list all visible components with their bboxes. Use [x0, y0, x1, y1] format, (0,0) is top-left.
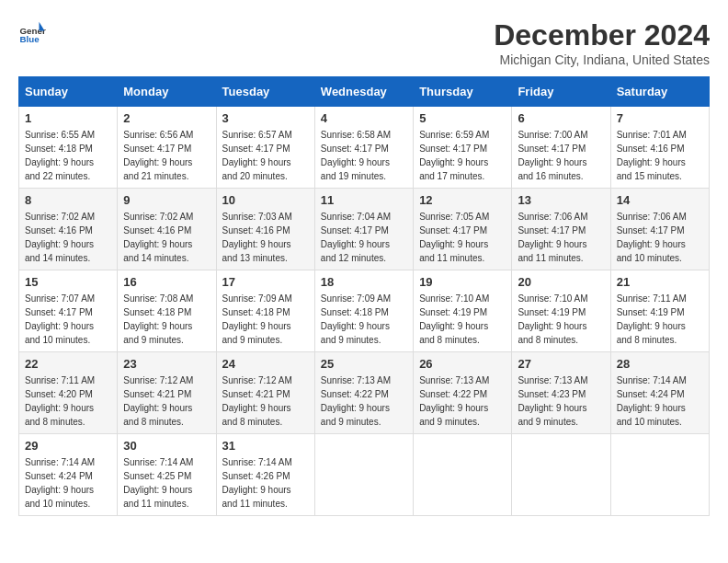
header-row: Sunday Monday Tuesday Wednesday Thursday… [19, 77, 710, 107]
sunrise-label: Sunrise: 7:14 AM [123, 457, 193, 467]
sunrise-label: Sunrise: 7:07 AM [25, 293, 95, 304]
day-number: 1 [25, 111, 111, 125]
day-info: Sunrise: 7:02 AM Sunset: 4:16 PM Dayligh… [123, 210, 210, 265]
daylight-label: Daylight: 9 hours and 13 minutes. [222, 239, 291, 263]
day-cell: 10 Sunrise: 7:03 AM Sunset: 4:16 PM Dayl… [216, 189, 314, 270]
sunrise-label: Sunrise: 7:08 AM [123, 293, 193, 304]
sunrise-label: Sunrise: 7:13 AM [419, 375, 489, 385]
sunrise-label: Sunrise: 7:14 AM [617, 375, 687, 385]
sunset-label: Sunset: 4:17 PM [518, 225, 586, 236]
calendar-table: Sunday Monday Tuesday Wednesday Thursday… [18, 76, 710, 516]
sunrise-label: Sunrise: 6:56 AM [123, 130, 193, 140]
sunset-label: Sunset: 4:16 PM [617, 144, 685, 154]
day-cell: 27 Sunrise: 7:13 AM Sunset: 4:23 PM Dayl… [512, 352, 610, 434]
sunset-label: Sunset: 4:21 PM [222, 389, 290, 399]
sunset-label: Sunset: 4:17 PM [123, 144, 191, 154]
sunset-label: Sunset: 4:23 PM [518, 389, 586, 399]
day-number: 26 [419, 357, 506, 371]
day-number: 29 [25, 439, 111, 453]
day-info: Sunrise: 7:08 AM Sunset: 4:18 PM Dayligh… [123, 292, 210, 347]
day-number: 6 [518, 111, 604, 125]
col-monday: Monday [118, 77, 216, 107]
day-number: 15 [25, 275, 111, 289]
day-info: Sunrise: 7:10 AM Sunset: 4:19 PM Dayligh… [518, 292, 604, 347]
sunset-label: Sunset: 4:18 PM [25, 144, 93, 154]
day-number: 30 [123, 439, 210, 453]
day-info: Sunrise: 6:58 AM Sunset: 4:17 PM Dayligh… [321, 128, 407, 183]
day-number: 13 [518, 193, 604, 207]
col-saturday: Saturday [610, 77, 709, 107]
day-info: Sunrise: 7:05 AM Sunset: 4:17 PM Dayligh… [419, 210, 506, 265]
main-title: December 2024 [494, 18, 710, 52]
daylight-label: Daylight: 9 hours and 10 minutes. [617, 239, 686, 263]
day-cell: 11 Sunrise: 7:04 AM Sunset: 4:17 PM Dayl… [314, 189, 413, 270]
day-cell: 3 Sunrise: 6:57 AM Sunset: 4:17 PM Dayli… [216, 107, 314, 189]
day-number: 16 [123, 275, 210, 289]
calendar-header: Sunday Monday Tuesday Wednesday Thursday… [19, 77, 710, 107]
daylight-label: Daylight: 9 hours and 8 minutes. [419, 321, 488, 345]
daylight-label: Daylight: 9 hours and 8 minutes. [617, 321, 686, 345]
day-info: Sunrise: 7:09 AM Sunset: 4:18 PM Dayligh… [321, 292, 407, 347]
sunset-label: Sunset: 4:20 PM [25, 389, 93, 399]
daylight-label: Daylight: 9 hours and 9 minutes. [123, 321, 192, 345]
day-info: Sunrise: 7:12 AM Sunset: 4:21 PM Dayligh… [123, 373, 210, 429]
day-number: 24 [222, 357, 309, 371]
day-cell: 19 Sunrise: 7:10 AM Sunset: 4:19 PM Dayl… [414, 270, 512, 352]
sunset-label: Sunset: 4:17 PM [419, 225, 487, 236]
sunrise-label: Sunrise: 6:58 AM [321, 130, 391, 140]
day-number: 17 [222, 275, 309, 289]
sunset-label: Sunset: 4:19 PM [617, 307, 685, 317]
day-number: 2 [123, 111, 210, 125]
logo: General Blue [18, 18, 46, 46]
daylight-label: Daylight: 9 hours and 14 minutes. [123, 239, 192, 263]
header: General Blue December 2024 Michigan City… [18, 18, 710, 67]
day-number: 3 [222, 111, 309, 125]
sunrise-label: Sunrise: 7:14 AM [25, 457, 95, 467]
sunrise-label: Sunrise: 7:02 AM [25, 212, 95, 222]
day-info: Sunrise: 6:57 AM Sunset: 4:17 PM Dayligh… [222, 128, 309, 183]
daylight-label: Daylight: 9 hours and 15 minutes. [617, 157, 686, 181]
week-row-3: 15 Sunrise: 7:07 AM Sunset: 4:17 PM Dayl… [19, 270, 710, 352]
day-number: 22 [25, 357, 111, 371]
sunset-label: Sunset: 4:17 PM [222, 144, 290, 154]
day-number: 19 [419, 275, 506, 289]
day-number: 9 [123, 193, 210, 207]
sunset-label: Sunset: 4:26 PM [222, 471, 290, 481]
day-info: Sunrise: 6:59 AM Sunset: 4:17 PM Dayligh… [419, 128, 506, 183]
svg-text:Blue: Blue [20, 34, 40, 44]
calendar-body: 1 Sunrise: 6:55 AM Sunset: 4:18 PM Dayli… [19, 107, 710, 516]
day-number: 25 [321, 357, 407, 371]
col-tuesday: Tuesday [216, 77, 314, 107]
sunrise-label: Sunrise: 7:13 AM [518, 375, 587, 385]
sunset-label: Sunset: 4:16 PM [222, 225, 290, 236]
day-info: Sunrise: 7:11 AM Sunset: 4:19 PM Dayligh… [617, 292, 703, 347]
week-row-4: 22 Sunrise: 7:11 AM Sunset: 4:20 PM Dayl… [19, 352, 710, 434]
sunrise-label: Sunrise: 7:12 AM [123, 375, 193, 385]
day-cell: 31 Sunrise: 7:14 AM Sunset: 4:26 PM Dayl… [216, 434, 314, 516]
sunset-label: Sunset: 4:25 PM [123, 471, 191, 481]
day-number: 10 [222, 193, 309, 207]
day-cell: 6 Sunrise: 7:00 AM Sunset: 4:17 PM Dayli… [512, 107, 610, 189]
week-row-5: 29 Sunrise: 7:14 AM Sunset: 4:24 PM Dayl… [19, 434, 710, 516]
day-info: Sunrise: 7:12 AM Sunset: 4:21 PM Dayligh… [222, 373, 309, 429]
day-cell: 17 Sunrise: 7:09 AM Sunset: 4:18 PM Dayl… [216, 270, 314, 352]
day-number: 20 [518, 275, 604, 289]
day-number: 4 [321, 111, 407, 125]
day-info: Sunrise: 7:11 AM Sunset: 4:20 PM Dayligh… [25, 373, 111, 429]
sunset-label: Sunset: 4:17 PM [617, 225, 685, 236]
day-cell: 22 Sunrise: 7:11 AM Sunset: 4:20 PM Dayl… [19, 352, 118, 434]
day-cell: 20 Sunrise: 7:10 AM Sunset: 4:19 PM Dayl… [512, 270, 610, 352]
day-number: 18 [321, 275, 407, 289]
day-info: Sunrise: 6:56 AM Sunset: 4:17 PM Dayligh… [123, 128, 210, 183]
sunset-label: Sunset: 4:18 PM [321, 307, 389, 317]
day-info: Sunrise: 7:13 AM Sunset: 4:22 PM Dayligh… [321, 373, 407, 429]
day-number: 7 [617, 111, 703, 125]
sunset-label: Sunset: 4:22 PM [321, 389, 389, 399]
sunrise-label: Sunrise: 7:10 AM [518, 293, 587, 304]
sunrise-label: Sunrise: 7:04 AM [321, 212, 391, 222]
day-info: Sunrise: 7:14 AM Sunset: 4:24 PM Dayligh… [617, 373, 703, 429]
day-number: 12 [419, 193, 506, 207]
daylight-label: Daylight: 9 hours and 21 minutes. [123, 157, 192, 181]
day-cell: 5 Sunrise: 6:59 AM Sunset: 4:17 PM Dayli… [414, 107, 512, 189]
day-info: Sunrise: 7:00 AM Sunset: 4:17 PM Dayligh… [518, 128, 604, 183]
